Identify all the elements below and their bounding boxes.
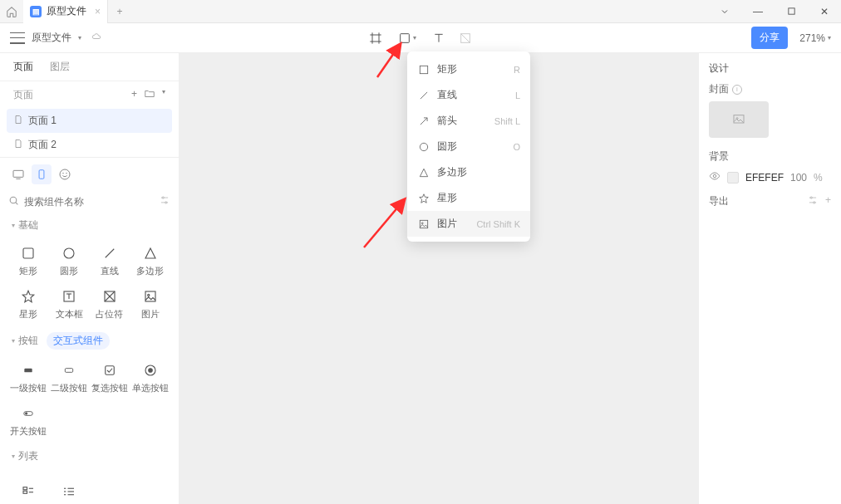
comp-placeholder[interactable]: 占位符 xyxy=(90,282,130,325)
home-button[interactable] xyxy=(0,0,23,23)
visibility-icon[interactable] xyxy=(709,170,721,184)
comp-text[interactable]: 文本框 xyxy=(49,282,90,325)
cover-label: 封面i xyxy=(709,82,831,96)
settings-icon[interactable] xyxy=(807,194,819,208)
svg-rect-36 xyxy=(65,369,72,373)
page-item[interactable]: 页面 1 xyxy=(7,109,172,133)
comp-label: 多边形 xyxy=(136,265,164,277)
star-icon xyxy=(19,287,37,306)
maximize-button[interactable] xyxy=(775,0,808,23)
svg-rect-59 xyxy=(420,66,427,73)
menu-button[interactable] xyxy=(10,32,25,44)
comp-label: 星形 xyxy=(19,308,37,321)
svg-rect-0 xyxy=(788,8,794,14)
export-label: 导出 xyxy=(709,194,729,208)
chevron-down-icon[interactable] xyxy=(708,0,741,23)
dd-shortcut: R xyxy=(514,65,520,75)
comp-polygon[interactable]: 多边形 xyxy=(130,239,170,282)
file-icon xyxy=(13,114,23,128)
svg-rect-22 xyxy=(23,248,33,258)
search-options-icon[interactable] xyxy=(159,194,170,208)
basic-grid: 矩形 圆形 直线 多边形 星形 文本框 占位符 图片 xyxy=(0,239,179,325)
background-row: EFEFEF 100 % xyxy=(709,170,831,184)
slice-tool[interactable] xyxy=(455,27,476,49)
svg-line-9 xyxy=(461,33,470,42)
section-buttons[interactable]: ▾按钮交互式组件 xyxy=(0,325,179,356)
add-page-icon[interactable]: + xyxy=(131,88,137,102)
page-list: 页面 1 页面 2 xyxy=(0,109,179,157)
star-icon xyxy=(417,193,430,204)
pages-panel: 页面 图层 页面 + ▾ 页面 1 页面 2 xyxy=(0,53,179,157)
sort-chevron-icon[interactable]: ▾ xyxy=(162,88,165,102)
comp-circle[interactable]: 圆形 xyxy=(49,239,90,282)
mobile-category[interactable] xyxy=(32,164,52,184)
component-category-tabs xyxy=(0,158,179,191)
comp-secondary-button[interactable]: 二级按钮 xyxy=(49,356,90,399)
section-list[interactable]: ▾列表 xyxy=(0,443,179,470)
comp-rectangle[interactable]: 矩形 xyxy=(8,239,49,282)
comp-image[interactable]: 图片 xyxy=(130,282,170,325)
bg-hex[interactable]: EFEFEF xyxy=(745,172,784,183)
components-panel: ▾基础 矩形 圆形 直线 多边形 星形 文本框 占位符 图片 ▾按钮交互式组件 … xyxy=(0,157,179,504)
comp-list-item[interactable] xyxy=(49,470,90,504)
svg-point-14 xyxy=(63,173,64,174)
share-button[interactable]: 分享 xyxy=(751,27,788,49)
desktop-category[interactable] xyxy=(8,164,28,184)
svg-marker-64 xyxy=(420,193,429,203)
smile-category[interactable] xyxy=(55,164,75,184)
polygon-icon xyxy=(417,167,430,179)
cover-thumbnail[interactable] xyxy=(709,101,769,138)
comp-checkbox-button[interactable]: 复选按钮 xyxy=(90,356,130,399)
document-tab[interactable]: ▤ 原型文件 × xyxy=(23,0,108,23)
comp-label: 单选按钮 xyxy=(132,382,169,394)
folder-icon[interactable] xyxy=(144,88,155,102)
comp-radio-button[interactable]: 单选按钮 xyxy=(130,356,170,399)
section-label-text: 基础 xyxy=(18,218,38,232)
svg-point-39 xyxy=(148,369,152,373)
page-item[interactable]: 页面 2 xyxy=(7,133,172,157)
cloud-sync-icon[interactable] xyxy=(90,32,103,44)
color-swatch[interactable] xyxy=(727,172,739,183)
search-input[interactable] xyxy=(24,196,154,208)
add-export-icon[interactable]: + xyxy=(825,194,831,208)
comp-star[interactable]: 星形 xyxy=(8,282,49,325)
tab-layers[interactable]: 图层 xyxy=(50,60,70,74)
comp-line[interactable]: 直线 xyxy=(90,239,130,282)
left-panel: 页面 图层 页面 + ▾ 页面 1 页面 2 xyxy=(0,53,180,504)
close-tab-icon[interactable]: × xyxy=(95,6,101,17)
comp-list-item[interactable] xyxy=(8,470,49,504)
zoom-control[interactable]: 271%▾ xyxy=(799,32,831,44)
background-label: 背景 xyxy=(709,149,831,164)
close-button[interactable]: ✕ xyxy=(808,0,841,23)
minimize-button[interactable]: — xyxy=(741,0,775,23)
dd-arrow[interactable]: 箭头Shift L xyxy=(407,108,530,134)
section-basic[interactable]: ▾基础 xyxy=(0,212,179,239)
doc-name[interactable]: 原型文件 xyxy=(32,31,71,45)
dd-image[interactable]: 图片Ctrl Shift K xyxy=(407,211,530,237)
dd-polygon[interactable]: 多边形 xyxy=(407,159,530,185)
comp-label: 矩形 xyxy=(19,265,37,277)
shape-tool-chevron-icon: ▾ xyxy=(413,34,416,42)
new-tab-button[interactable]: + xyxy=(108,0,131,23)
help-icon[interactable]: i xyxy=(732,85,742,95)
comp-toggle-button[interactable]: 开关按钮 xyxy=(8,399,49,443)
image-icon xyxy=(141,287,160,306)
dd-circle[interactable]: 圆形O xyxy=(407,134,530,159)
bg-opacity[interactable]: 100 xyxy=(790,172,807,183)
placeholder-icon xyxy=(101,287,119,306)
svg-point-23 xyxy=(64,248,74,258)
tab-pages[interactable]: 页面 xyxy=(13,60,33,74)
dd-star[interactable]: 星形 xyxy=(407,185,530,211)
svg-line-70 xyxy=(364,200,404,247)
window-controls: — ✕ xyxy=(708,0,841,23)
comp-label: 复选按钮 xyxy=(91,382,128,394)
comp-primary-button[interactable]: 一级按钮 xyxy=(8,356,49,399)
dd-line[interactable]: 直线L xyxy=(407,82,530,108)
doc-name-chevron-icon[interactable]: ▾ xyxy=(78,34,81,42)
svg-point-62 xyxy=(420,143,427,150)
file-icon xyxy=(13,138,23,152)
section-label-text: 按钮 xyxy=(18,334,38,348)
circle-icon xyxy=(417,141,430,153)
text-tool[interactable] xyxy=(428,27,450,49)
dd-rectangle[interactable]: 矩形R xyxy=(407,56,530,82)
